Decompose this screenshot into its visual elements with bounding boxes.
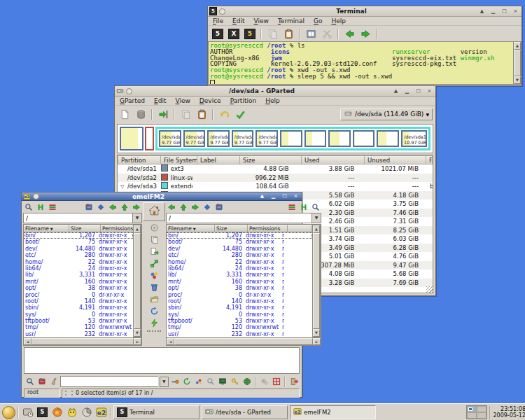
desktop-pager[interactable] (466, 405, 487, 419)
back-icon[interactable] (107, 202, 118, 212)
column-header-filename[interactable]: Filename▼ (24, 225, 69, 232)
file-row[interactable]: lib/3,331drwxr-xr-xr (167, 272, 312, 278)
file-row[interactable]: home/22drwxr-xr-xr (24, 259, 133, 265)
file-row[interactable]: proc/0dr-xr-xr-xr (24, 292, 133, 298)
cd-dialog-icon[interactable] (202, 202, 213, 212)
column-header-label[interactable]: Label (197, 155, 240, 164)
file-row[interactable]: sys/0drwxr-xr-xr (167, 312, 312, 318)
delete-partition-button[interactable] (134, 108, 148, 120)
scroll-down-icon[interactable]: ▼ (514, 76, 521, 84)
terminal-menu-help[interactable]: Help (331, 18, 346, 24)
resize-move-button[interactable] (156, 108, 170, 120)
output-pane[interactable] (24, 347, 300, 374)
shade-button[interactable]: ▲ (477, 8, 486, 15)
gparted-menu-partition[interactable]: Partition (230, 97, 257, 104)
pane-divider-grip[interactable] (147, 330, 161, 332)
find-icon[interactable] (23, 202, 34, 212)
partition-box[interactable]: /dev/sda1510.97 GiB (401, 130, 427, 147)
partition-box[interactable] (304, 130, 327, 147)
maximize-button[interactable]: □ (414, 88, 423, 95)
open-button[interactable] (146, 294, 162, 304)
column-header-size[interactable]: Size (69, 225, 101, 232)
terminal-menu-file[interactable]: File (213, 18, 223, 24)
apply-button[interactable] (233, 108, 247, 120)
window-menu-button[interactable] (33, 193, 39, 200)
forward-icon[interactable] (190, 202, 201, 212)
file-row[interactable]: boot/75drwxr-xr-xr (167, 239, 312, 245)
file-row[interactable]: etc/280drwxr-xr-xr (24, 252, 133, 258)
command-input[interactable] (60, 376, 158, 387)
scroll-right-icon[interactable]: ► (134, 338, 141, 345)
file-row[interactable]: tftpboot/53drwxr-xr-xr (167, 318, 312, 324)
terminal-menu-view[interactable]: View (254, 18, 269, 24)
up-icon[interactable] (119, 202, 130, 212)
resize-grip[interactable] (426, 286, 433, 293)
file-row[interactable]: lib64/24drwxr-xr-xr (24, 265, 133, 272)
menu-orb-button[interactable] (2, 406, 15, 419)
terminal-menu-edit[interactable]: Edit (232, 18, 244, 24)
firefox-launcher[interactable] (50, 406, 64, 419)
file-row[interactable]: usr/232drwxr-xr-xr (167, 331, 312, 337)
filter-colors-icon[interactable] (194, 376, 204, 387)
minimize-button[interactable]: ▁ (269, 192, 278, 200)
layout-grid-icon[interactable] (271, 376, 281, 387)
maximize-button[interactable]: □ (280, 192, 289, 200)
terminal-menu-go[interactable]: Go (314, 18, 323, 24)
list-view-icon[interactable] (47, 202, 58, 212)
window-menu-button[interactable] (219, 8, 225, 15)
expander-icon[interactable]: ▽ (120, 183, 127, 191)
console-icon[interactable] (218, 376, 228, 387)
forward-icon[interactable] (131, 202, 142, 212)
gparted-titlebar[interactable]: /dev/sda - GParted ▲ ▁ □ × (115, 86, 435, 97)
scroll-down-icon[interactable]: ▼ (134, 329, 141, 337)
shell-dark-launcher[interactable]: S (36, 406, 49, 419)
file-row[interactable]: home/22drwxr-xr-xr (167, 259, 312, 265)
docs-icon[interactable] (36, 376, 47, 387)
partition-row[interactable]: ▽/dev/sda3extended108.64 GiB------boot (118, 182, 433, 191)
new-tab-button[interactable]: 5 (243, 27, 257, 40)
new-partition-button[interactable] (118, 108, 132, 120)
back-icon[interactable] (166, 202, 177, 212)
taskbar-task[interactable]: /dev/sda - GParted (202, 405, 288, 419)
minimize-button[interactable]: ▁ (402, 88, 412, 95)
scroll-left-icon[interactable]: ◄ (167, 338, 174, 345)
window-menu-button[interactable] (126, 88, 132, 94)
symlink-button[interactable] (146, 258, 162, 269)
undo-button[interactable] (217, 108, 231, 120)
paste-button[interactable] (281, 27, 295, 40)
disk-tool-launcher[interactable] (21, 406, 34, 419)
vertical-scrollbar-left[interactable]: ▲▼ (133, 225, 141, 337)
back-button[interactable] (342, 27, 356, 40)
emelfm2-titlebar[interactable]: e2 emelFM2 ▲ ▁ □ × (22, 192, 302, 201)
scroll-thumb[interactable] (134, 233, 141, 329)
file-row[interactable]: tmp/120drwxrwxrwtr (24, 324, 133, 330)
partition-row[interactable]: /dev/sda1ext34.88 GiB3.88 GiB1021.07 MiB (118, 164, 433, 174)
scroll-up-icon[interactable]: ▲ (514, 42, 521, 50)
scroll-thumb[interactable] (174, 338, 313, 345)
up-icon[interactable] (178, 202, 189, 212)
scroll-thumb[interactable] (514, 50, 521, 76)
list-view-icon[interactable] (286, 202, 298, 212)
close-button[interactable]: × (511, 8, 520, 15)
partition-box[interactable]: /dev/sda99.77 GiB (255, 130, 278, 147)
partition-box[interactable]: /dev/sda79.77 GiB (207, 130, 230, 147)
column-header-file-system[interactable]: File System (161, 155, 197, 164)
partition-box[interactable] (145, 127, 154, 150)
gparted-menu-device[interactable]: Device (200, 97, 221, 104)
path-dropdown-right[interactable]: ▼ (312, 213, 321, 223)
scroll-right-icon[interactable]: ► (313, 338, 321, 345)
vertical-scrollbar-right[interactable]: ▲▼ (312, 225, 321, 337)
clean-icon[interactable] (48, 376, 59, 387)
file-row[interactable]: bin/1,207drwxr-xr-xr (167, 232, 312, 239)
permissions-icon[interactable] (230, 376, 240, 387)
pager-desktop-4[interactable] (477, 412, 486, 419)
taskbar-task[interactable]: STerminal (113, 405, 200, 419)
gparted-menu-help[interactable]: Help (265, 97, 280, 104)
new-shell-button[interactable]: 5 (211, 27, 225, 40)
pager-desktop-3[interactable] (467, 412, 477, 419)
taskbar-task[interactable]: e2emelFM2 (290, 405, 376, 419)
path-input-left[interactable] (23, 213, 132, 223)
copy-button[interactable] (146, 234, 162, 245)
scroll-thumb[interactable] (31, 338, 134, 345)
pager-desktop-2[interactable] (477, 406, 486, 412)
